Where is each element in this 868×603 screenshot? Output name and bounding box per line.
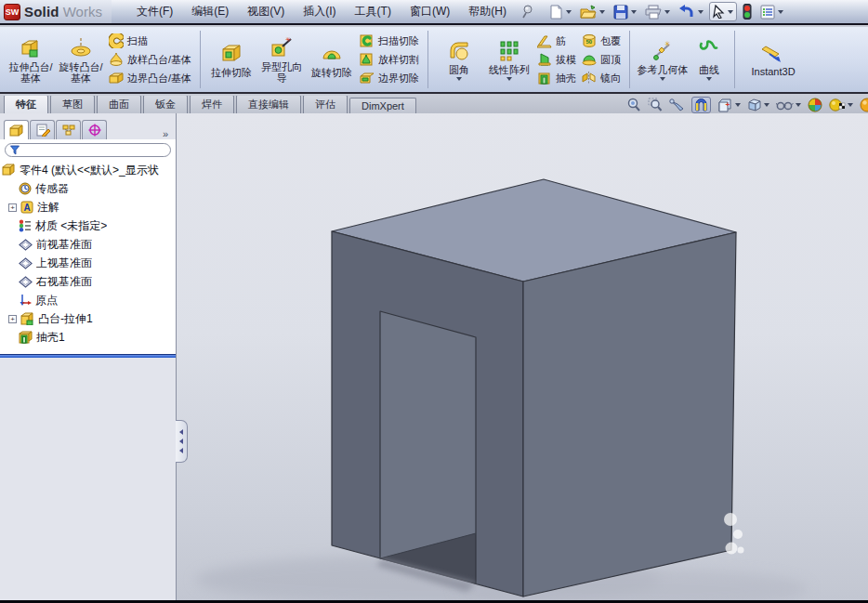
button-label: 筋 — [556, 34, 566, 48]
dropdown-caret[interactable] — [506, 77, 512, 81]
revolve-boss-button[interactable]: 旋转凸台/基体 — [56, 29, 106, 90]
loft-boss-button[interactable]: 放样凸台/基体 — [106, 51, 194, 68]
fillet-button[interactable]: 圆角 — [434, 29, 484, 90]
dome-button[interactable]: 圆顶 — [579, 51, 624, 68]
instant3d-button[interactable]: Instant3D — [741, 29, 806, 90]
tree-item-material[interactable]: 材质 <未指定> — [2, 216, 174, 235]
manager-tabs-overflow[interactable]: » — [163, 128, 172, 139]
rib-button[interactable]: 筋 — [534, 33, 579, 49]
dropdown-caret[interactable] — [599, 10, 605, 14]
previous-view-icon[interactable] — [669, 98, 685, 112]
tree-item-top-plane[interactable]: 上视基准面 — [2, 254, 174, 272]
tree-item-boss-extrude1[interactable]: + 凸台-拉伸1 — [2, 309, 174, 328]
hide-show-items-icon[interactable] — [776, 98, 801, 111]
dimxpert-manager-tab[interactable] — [82, 120, 107, 139]
wrap-button[interactable]: 50 包覆 — [579, 33, 624, 49]
select-tool-button[interactable] — [709, 2, 737, 21]
tab-features[interactable]: 特征 — [4, 96, 48, 113]
brand-name-light: Works — [63, 4, 102, 20]
model-right-face[interactable] — [523, 232, 736, 596]
menu-view[interactable]: 视图(V) — [239, 1, 293, 22]
linear-pattern-button[interactable]: 线性阵列 — [484, 29, 534, 90]
hole-wizard-button[interactable]: ✳ 异型孔向导 — [256, 29, 307, 90]
property-manager-tab[interactable] — [30, 120, 55, 139]
shell-icon — [537, 71, 552, 85]
reference-geometry-button[interactable]: ✳ 参考几何体 — [636, 29, 690, 90]
extrude-boss-button[interactable]: 拉伸凸台/基体 — [6, 29, 56, 90]
edit-appearance-icon[interactable] — [808, 98, 822, 112]
tab-direct-editing[interactable]: 直接编辑 — [236, 96, 301, 113]
traffic-light-icon[interactable] — [740, 2, 755, 21]
menu-window[interactable]: 窗口(W) — [401, 1, 458, 22]
dropdown-caret[interactable] — [735, 103, 741, 107]
dropdown-caret[interactable] — [664, 10, 670, 14]
extrude-cut-button[interactable]: 拉伸切除 — [206, 29, 256, 90]
tab-sheet-metal[interactable]: 钣金 — [143, 96, 188, 113]
dropdown-caret[interactable] — [660, 77, 665, 81]
dropdown-caret[interactable] — [728, 10, 733, 14]
tree-item-annotations[interactable]: + A 注解 — [2, 198, 174, 216]
tree-item-right-plane[interactable]: 右视基准面 — [2, 272, 174, 291]
display-style-icon[interactable] — [747, 98, 769, 112]
dropdown-caret[interactable] — [698, 10, 704, 14]
tree-item-front-plane[interactable]: 前视基准面 — [2, 235, 174, 254]
revolve-cut-button[interactable]: 旋转切除 — [307, 29, 357, 90]
boundary-cut-button[interactable]: 边界切除 — [357, 70, 422, 86]
menu-tools[interactable]: 工具(T) — [347, 1, 400, 22]
tab-surfaces[interactable]: 曲面 — [97, 96, 141, 113]
extrude-boss-icon — [19, 36, 43, 60]
panel-splitter-handle[interactable] — [176, 420, 188, 463]
pin-icon[interactable] — [520, 5, 533, 20]
options-button[interactable] — [757, 3, 786, 21]
tree-filter-input[interactable] — [5, 143, 171, 157]
dropdown-caret[interactable] — [566, 10, 572, 14]
menu-insert[interactable]: 插入(I) — [295, 1, 344, 22]
section-view-icon[interactable] — [691, 97, 711, 113]
apply-scene-icon[interactable] — [829, 98, 853, 112]
dropdown-caret[interactable] — [706, 77, 712, 81]
expand-icon[interactable]: + — [8, 315, 17, 323]
sweep-cut-button[interactable]: 扫描切除 — [357, 33, 422, 49]
menu-file[interactable]: 文件(F) — [128, 1, 181, 22]
zoom-fit-icon[interactable] — [626, 98, 641, 112]
dropdown-caret[interactable] — [778, 10, 783, 14]
tree-item-origin[interactable]: 原点 — [2, 291, 174, 309]
undo-button[interactable] — [676, 3, 706, 21]
tab-sketch[interactable]: 草图 — [50, 96, 95, 113]
configuration-manager-tab[interactable] — [56, 120, 81, 139]
feature-manager-tab[interactable] — [4, 120, 29, 139]
shell-button[interactable]: 抽壳 — [534, 70, 579, 86]
dropdown-caret[interactable] — [631, 10, 637, 14]
dropdown-caret[interactable] — [848, 103, 853, 107]
view-settings-icon[interactable] — [860, 98, 868, 112]
model-3d-view[interactable] — [177, 113, 868, 603]
curves-button[interactable]: 曲线 — [690, 29, 729, 90]
dropdown-caret[interactable] — [764, 103, 769, 107]
dropdown-caret[interactable] — [456, 77, 462, 81]
loft-cut-button[interactable]: 放样切割 — [357, 51, 422, 68]
save-button[interactable] — [611, 3, 639, 21]
button-label: 线性阵列 — [489, 64, 530, 75]
new-document-button[interactable] — [546, 3, 574, 21]
tree-root-part[interactable]: 零件4 (默认<<默认>_显示状 — [2, 161, 174, 179]
menu-edit[interactable]: 编辑(E) — [183, 1, 237, 22]
expand-icon[interactable]: + — [8, 203, 17, 212]
draft-button[interactable]: 拔模 — [534, 51, 579, 68]
view-orientation-icon[interactable]: + — [717, 98, 741, 112]
boundary-boss-button[interactable]: 边界凸台/基体 — [106, 70, 194, 86]
rib-icon — [537, 33, 552, 48]
mirror-button[interactable]: 镜向 — [579, 70, 624, 86]
print-button[interactable] — [642, 3, 673, 21]
tab-dimxpert[interactable]: DimXpert — [349, 98, 416, 113]
tab-evaluate[interactable]: 评估 — [303, 96, 348, 113]
graphics-viewport[interactable] — [177, 113, 868, 603]
sweep-button[interactable]: 扫描 — [106, 33, 194, 49]
menu-help[interactable]: 帮助(H) — [460, 1, 515, 22]
tab-weldments[interactable]: 焊件 — [190, 96, 234, 113]
zoom-area-icon[interactable] — [648, 98, 663, 112]
dropdown-caret[interactable] — [796, 103, 801, 107]
collapse-arrow-icon — [179, 439, 183, 444]
open-button[interactable] — [577, 3, 608, 21]
tree-item-sensors[interactable]: 传感器 — [2, 179, 174, 198]
tree-item-shell1[interactable]: 抽壳1 — [2, 328, 174, 347]
